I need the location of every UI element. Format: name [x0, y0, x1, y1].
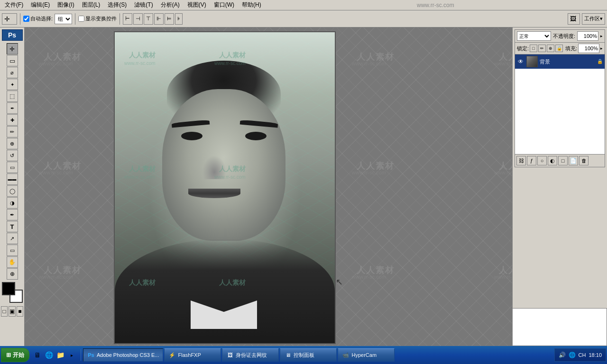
tool-row-2: ▭	[1, 55, 23, 66]
menu-layer[interactable]: 图层(L)	[79, 0, 103, 10]
opacity-input[interactable]	[577, 31, 598, 41]
taskbar-flashfxp-btn[interactable]: ⚡ FlashFXP	[164, 348, 221, 362]
blend-mode-select[interactable]: 正常	[517, 31, 551, 41]
show-transform-label: 显示变换控件	[78, 15, 117, 22]
watermark-url-11: www.rr-sc.com	[494, 274, 512, 280]
layer-thumbnail	[526, 56, 538, 67]
taskbar-ie-icon[interactable]: 🌐	[44, 350, 54, 360]
distribute-right-btn[interactable]: ⊧	[175, 13, 183, 25]
distribute-left-btn[interactable]: ⊩	[154, 13, 164, 25]
distribute-center-btn[interactable]: ⊨	[165, 13, 174, 25]
text-tool[interactable]: T	[7, 221, 18, 232]
menu-file[interactable]: 文件(F)	[2, 0, 26, 10]
auto-select-dropdown[interactable]: 组	[55, 14, 72, 24]
move-tool-btn[interactable]: ✛	[2, 13, 17, 25]
layer-style-btn[interactable]: ƒ	[527, 156, 536, 165]
auto-select-checkbox[interactable]	[23, 16, 29, 22]
tool-row-6: ✒	[1, 102, 23, 114]
blur-tool[interactable]: ◯	[7, 185, 18, 197]
workspace-btn[interactable]: 工作区 ▾	[582, 13, 605, 25]
layer-delete-btn[interactable]: 🗑	[579, 156, 589, 165]
screen-mode-full-menu[interactable]: ▣	[9, 306, 15, 317]
menu-select[interactable]: 选择(S)	[105, 0, 129, 10]
tool-row-19: ✋	[1, 256, 23, 268]
lock-icons: □ ✏ ⊕ 🔒	[530, 45, 563, 52]
lock-transparent-btn[interactable]: □	[530, 45, 537, 52]
canvas-area[interactable]: 人人素材 人人素材 人人素材 人人素材 人人素材 人人素材 人人素材 人人素材 …	[25, 27, 512, 346]
taskbar-quick-launch: 🖥 🌐 📁 ▸	[30, 350, 79, 360]
clone-stamp-tool[interactable]: ⊕	[7, 138, 18, 149]
eyedropper-tool[interactable]: ✒	[7, 102, 18, 114]
tray-network-icon[interactable]: 🔊	[559, 352, 566, 358]
portrait-eye-right	[245, 132, 267, 140]
healing-brush-tool[interactable]: ✚	[7, 114, 18, 126]
hand-tool[interactable]: ✋	[7, 256, 18, 268]
align-left-btn[interactable]: ⊢	[123, 13, 132, 25]
cursor: ↖	[336, 277, 343, 287]
image-mode-btn[interactable]: 🖼	[568, 13, 580, 25]
watermark-url-10: www.rr-sc.com	[352, 274, 386, 280]
taskbar-arrow-icon[interactable]: ▸	[66, 350, 77, 360]
taskbar-show-desktop[interactable]: 🖥	[32, 350, 43, 360]
lock-position-btn[interactable]: ⊕	[547, 45, 554, 52]
pen-tool[interactable]: ✒	[7, 209, 18, 220]
gradient-tool[interactable]: ▬▬	[7, 173, 18, 185]
align-center-btn[interactable]: ⊣	[133, 13, 143, 25]
tool-row-16: T	[1, 221, 23, 232]
screen-mode-full[interactable]: ■	[17, 306, 23, 317]
lock-all-btn[interactable]: 🔒	[555, 45, 563, 52]
lock-image-btn[interactable]: ✏	[538, 45, 546, 52]
taskbar-control-label: 控制面板	[294, 352, 314, 359]
layer-group-btn[interactable]: □	[558, 156, 568, 165]
tray-volume-icon[interactable]: 🌐	[569, 352, 576, 358]
path-selection-tool[interactable]: ↗	[7, 233, 18, 244]
layers-empty-area	[515, 69, 605, 154]
taskbar-photoshop-btn[interactable]: Ps Adobe Photoshop CS3 E...	[83, 348, 163, 362]
fill-input[interactable]	[578, 44, 599, 53]
fill-arrow[interactable]: ▸	[600, 46, 603, 51]
taskbar-folder-icon[interactable]: 📁	[55, 350, 65, 360]
menu-help[interactable]: 帮助(H)	[239, 0, 264, 10]
layer-mask-btn[interactable]: ○	[537, 156, 547, 165]
screen-mode-standard[interactable]: □	[1, 306, 8, 317]
layer-link-btn[interactable]: ⛓	[516, 156, 526, 165]
layer-name: 背景	[540, 58, 595, 65]
marquee-tool[interactable]: ▭	[7, 55, 18, 66]
zoom-tool[interactable]: ⊕	[7, 268, 18, 280]
foreground-color[interactable]	[2, 282, 15, 295]
menu-image[interactable]: 图像(I)	[55, 0, 77, 10]
menu-filter[interactable]: 滤镜(T)	[131, 0, 156, 10]
shape-tool[interactable]: ▭	[7, 245, 18, 256]
lasso-tool[interactable]: ⌀	[7, 67, 18, 78]
magic-wand-tool[interactable]: ✦	[7, 79, 18, 90]
menu-edit[interactable]: 编辑(E)	[28, 0, 53, 10]
layer-row-background[interactable]: 👁 背景 🔒	[515, 55, 605, 69]
layer-visibility-toggle[interactable]: 👁	[517, 58, 524, 65]
move-tool[interactable]: ✛	[7, 43, 18, 55]
layer-new-btn[interactable]: 📄	[569, 156, 578, 165]
menu-analyze[interactable]: 分析(A)	[158, 0, 183, 10]
menu-window[interactable]: 窗口(W)	[211, 0, 237, 10]
start-button[interactable]: ⊞ 开始	[1, 348, 29, 362]
portrait-eyes	[167, 132, 281, 146]
taskbar: ⊞ 开始 🖥 🌐 📁 ▸ Ps Adobe Photoshop CS3 E...…	[0, 346, 607, 364]
crop-tool[interactable]: ⬚	[7, 91, 18, 102]
taskbar-hypercam-icon: 📹	[342, 351, 349, 359]
photo-frame: 人人素材 人人素材 人人素材 人人素材 人人素材 人人素材 www.rr-sc.…	[114, 31, 336, 344]
auto-select-label: 自动选择:	[23, 15, 53, 22]
taskbar-control-panel-btn[interactable]: 🖥 控制面板	[280, 348, 337, 362]
taskbar-hypercam-btn[interactable]: 📹 HyperCam	[338, 348, 395, 362]
show-transform-checkbox[interactable]	[78, 16, 84, 22]
eraser-tool[interactable]: ▭	[7, 162, 18, 173]
menu-view[interactable]: 视图(V)	[184, 0, 209, 10]
dodge-tool[interactable]: ◑	[7, 197, 18, 209]
brush-tool[interactable]: ✏	[7, 126, 18, 137]
toolbar-sep-1	[20, 13, 20, 25]
history-brush-tool[interactable]: ↺	[7, 150, 18, 161]
layer-adjustment-btn[interactable]: ◐	[548, 156, 557, 165]
watermark-url-4: www.rr-sc.com	[494, 61, 512, 66]
taskbar-id-btn[interactable]: 🖼 身份证去网纹	[222, 348, 279, 362]
align-right-btn[interactable]: ⊤	[144, 13, 153, 25]
tool-row-8: ✏	[1, 126, 23, 137]
opacity-arrow[interactable]: ▸	[600, 34, 603, 38]
